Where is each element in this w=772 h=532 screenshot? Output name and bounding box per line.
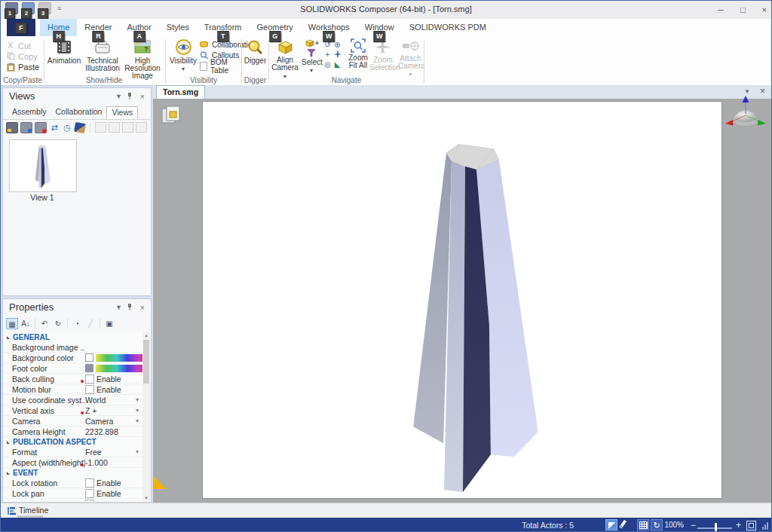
views-panel-tab-views[interactable]: Views (106, 106, 138, 119)
tab-transform[interactable]: TransformT (197, 19, 250, 36)
dropdown-arrow-icon[interactable]: ▾ (136, 448, 141, 455)
refresh-properties-icon[interactable]: ↻ (52, 318, 64, 329)
properties-scrollbar[interactable]: ▲ ▼ (142, 332, 150, 501)
viewport[interactable] (153, 99, 772, 503)
property-section-header[interactable]: EVENT (3, 468, 142, 478)
document-tab[interactable]: Torn.smg (156, 85, 205, 99)
paste-button[interactable]: Paste (7, 62, 39, 72)
update-view-icon[interactable] (20, 122, 32, 133)
refresh-views-icon[interactable]: ⇄ (49, 123, 60, 133)
add-panel-icon[interactable]: ▣ (103, 318, 115, 329)
keytip-badge: W (323, 31, 335, 42)
animation-button[interactable]: Animation (46, 38, 82, 65)
minimize-button[interactable]: ─ (718, 5, 724, 14)
property-value[interactable]: World (85, 396, 106, 405)
fly-icon[interactable] (332, 50, 342, 60)
rotate-mode-icon[interactable]: ↻ (651, 519, 663, 530)
keytip-badge: A (133, 31, 145, 42)
color-swatch[interactable] (85, 364, 93, 372)
pin-icon[interactable] (127, 92, 133, 100)
tab-window[interactable]: WindowW (357, 19, 402, 36)
orientation-triad[interactable] (721, 93, 770, 139)
color-swatch[interactable] (85, 353, 93, 362)
view-thumbnail[interactable] (9, 139, 77, 192)
dropdown-arrow-icon[interactable]: ▾ (136, 407, 141, 414)
property-value[interactable]: Camera (85, 417, 113, 426)
tab-solidworks-pdm[interactable]: SOLIDWORKS PDM (402, 19, 494, 36)
update-view-record-icon[interactable] (35, 122, 47, 133)
resize-grip[interactable] (762, 521, 768, 530)
torn-model[interactable] (203, 102, 721, 498)
panel-close-icon[interactable]: × (140, 92, 145, 101)
paint-selection-icon[interactable] (619, 519, 631, 530)
scroll-down-icon[interactable]: ▼ (142, 496, 150, 500)
dropdown-arrow-icon[interactable]: ▾ (136, 417, 141, 424)
pan-icon[interactable]: + (323, 50, 332, 60)
tab-render[interactable]: RenderR (77, 19, 119, 36)
paste-icon (7, 63, 15, 72)
create-view-icon[interactable] (6, 122, 18, 133)
property-value[interactable]: Z + (85, 406, 96, 415)
views-panel-tab-collaboration[interactable]: Collaboration (51, 106, 107, 119)
high-resolution-image-button[interactable]: ? High Resolution Image (123, 38, 162, 80)
scrollbar-thumb[interactable] (143, 340, 149, 384)
views-panel-tab-assembly[interactable]: Assembly (8, 106, 51, 119)
camera-view-icon-disabled (109, 122, 120, 133)
timeline-tab[interactable]: Timeline (19, 506, 48, 515)
ribbon: Cut Copy Paste Copy/Paste Animation (1, 36, 771, 86)
dropdown-arrow-icon[interactable]: ▼ (309, 68, 314, 73)
panel-close-icon[interactable]: × (140, 303, 145, 312)
select-button[interactable]: Select ▼ (302, 38, 321, 75)
zoom-area-icon[interactable]: ◎ (323, 60, 332, 69)
enable-checkbox[interactable] (85, 385, 94, 394)
checkbox-label: Enable (96, 375, 121, 384)
zoom-fit-all-button[interactable]: Zoom Fit All (347, 38, 369, 69)
pin-icon[interactable] (127, 303, 133, 311)
render-canvas[interactable] (202, 101, 722, 499)
view-time-icon[interactable]: ◷ (62, 123, 72, 133)
property-value[interactable]: Free (85, 448, 102, 457)
zoom-slider-thumb[interactable] (715, 523, 717, 532)
technical-illustration-button[interactable]: Technical Illustration (84, 38, 121, 72)
panel-menu-arrow-icon[interactable]: ▼ (115, 92, 122, 101)
tab-styles[interactable]: Styles (159, 19, 197, 36)
paper-space-icon[interactable] (161, 105, 183, 125)
scroll-up-icon[interactable]: ▲ (142, 333, 150, 338)
close-button[interactable]: × (762, 5, 767, 14)
property-value[interactable]: 2232.898 (85, 427, 118, 436)
enable-checkbox[interactable] (85, 478, 94, 488)
tab-workshops[interactable]: WorkshopsW (301, 19, 357, 36)
enable-checkbox[interactable] (85, 375, 94, 384)
restore-default-icon[interactable]: ↶ (38, 318, 51, 329)
dropdown-arrow-icon[interactable]: ▼ (181, 66, 186, 72)
grid-toggle-icon[interactable] (637, 519, 649, 530)
digger-button[interactable]: Digger (243, 38, 268, 65)
file-menu-button[interactable]: F (7, 19, 35, 36)
bom-table-checkbox[interactable] (200, 62, 207, 71)
enable-checkbox[interactable] (85, 500, 94, 502)
property-value[interactable]: -1.000 (85, 458, 108, 467)
tab-geometry[interactable]: GeometryG (250, 19, 301, 36)
tab-author[interactable]: AuthorA (119, 19, 158, 36)
visibility-button[interactable]: Visibility ▼ (168, 38, 198, 73)
paint-view-icon[interactable] (74, 121, 86, 133)
dropdown-arrow-icon[interactable]: ▾ (136, 396, 141, 403)
group-label: Digger (243, 76, 268, 84)
color-gradient-bar[interactable] (96, 365, 142, 372)
enable-checkbox[interactable] (85, 489, 94, 498)
property-section-header[interactable]: PUBLICATION ASPECT (3, 437, 142, 447)
zoom-in-button[interactable]: + (736, 520, 741, 530)
maximize-button[interactable]: □ (740, 5, 746, 14)
align-camera-button[interactable]: Align Camera ▼ (270, 38, 300, 81)
zoom-out-button[interactable]: − (691, 520, 696, 530)
selection-mode-icon[interactable] (605, 519, 617, 530)
tab-home[interactable]: HomeH (40, 19, 77, 36)
walk-icon[interactable]: ◣ (332, 60, 342, 69)
fit-viewport-icon[interactable] (746, 521, 756, 530)
categorized-view-icon[interactable]: ▦ (6, 318, 18, 329)
history-icon[interactable]: ◔ (71, 318, 83, 329)
panel-menu-arrow-icon[interactable]: ▼ (115, 303, 122, 312)
alphabetical-sort-icon[interactable]: A↓ (20, 318, 32, 329)
color-gradient-bar[interactable] (96, 354, 142, 362)
property-section-header[interactable]: GENERAL (3, 332, 142, 342)
